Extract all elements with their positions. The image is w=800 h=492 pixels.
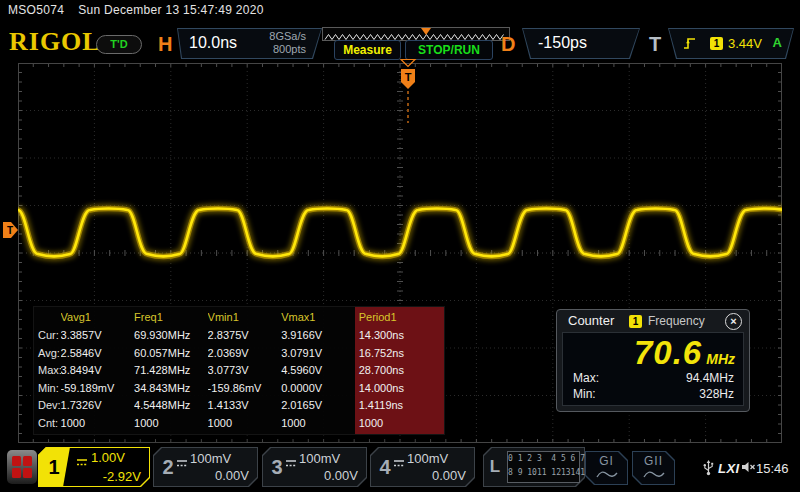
measurement-value: 28.700ns bbox=[359, 362, 444, 380]
channel-1-scale: 1.00V bbox=[91, 450, 125, 465]
measurement-value: 1000 bbox=[208, 415, 282, 433]
channel-1-offset: -2.92V bbox=[103, 469, 141, 484]
channel-2-scale: 100mV bbox=[190, 451, 231, 466]
channel-3-offset: 0.00V bbox=[324, 468, 358, 483]
measurement-name: Vmax1 bbox=[281, 307, 355, 327]
counter-close-button[interactable]: × bbox=[725, 313, 742, 330]
measurement-row-label: Min: bbox=[38, 380, 61, 398]
mute-icon[interactable] bbox=[741, 461, 756, 473]
rigol-logo: RIGOL bbox=[9, 27, 101, 57]
trigger-slope-icon bbox=[682, 35, 697, 55]
oscilloscope-screen: MSO5074Sun December 13 15:47:49 2020 RIG… bbox=[0, 0, 800, 492]
horizontal-panel[interactable]: 10.0ns 8GSa/s 800pts bbox=[177, 28, 322, 59]
counter-panel: Counter 1 Frequency × 70.6MHz Max: 94.4M… bbox=[556, 309, 750, 412]
measurement-value: 1000 bbox=[359, 415, 444, 433]
measurement-value: 1.7326V bbox=[61, 397, 135, 415]
datetime: Sun December 13 15:47:49 2020 bbox=[78, 3, 264, 17]
measurement-value: 71.428MHz bbox=[134, 362, 208, 380]
measurement-value: 4.5960V bbox=[281, 362, 355, 380]
model-name: MSO5074 bbox=[8, 3, 64, 17]
trigger-position-letter: T bbox=[405, 71, 412, 83]
measurement-value: 3.0773V bbox=[208, 362, 282, 380]
overview-position-marker-icon bbox=[421, 28, 431, 35]
trigger-status-badge: T'D bbox=[96, 35, 142, 54]
measurement-name: Vmin1 bbox=[208, 307, 282, 327]
trigger-label: T bbox=[649, 33, 661, 56]
measurement-column-Period1[interactable]: Period114.300ns16.752ns28.700ns14.000ns1… bbox=[355, 307, 444, 434]
trigger-panel[interactable]: 1 3.44V A bbox=[668, 28, 794, 59]
channel-2-button[interactable]: 2 100mV 0.00V bbox=[153, 447, 258, 487]
measurement-value: -159.86mV bbox=[208, 380, 282, 398]
measurement-value: 1.4119ns bbox=[359, 397, 444, 415]
channel-3-button[interactable]: 3 100mV 0.00V bbox=[262, 447, 367, 487]
measurement-column-Vavg1[interactable]: Vavg13.3857V2.5846V3.8494V-59.189mV1.732… bbox=[61, 307, 135, 434]
trigger-sweep-mode: A bbox=[773, 35, 782, 50]
measurement-row-label: Cur: bbox=[38, 327, 61, 345]
lxi-logo: LXI bbox=[718, 461, 740, 476]
measurement-value: 60.057MHz bbox=[134, 345, 208, 363]
digital-label: L bbox=[483, 447, 507, 487]
measurement-value: 2.0369V bbox=[208, 345, 282, 363]
status-line: MSO5074Sun December 13 15:47:49 2020 bbox=[8, 3, 264, 17]
counter-min-value: 328Hz bbox=[699, 387, 734, 401]
measurement-value: 16.752ns bbox=[359, 345, 444, 363]
stop-run-button[interactable]: STOP/RUN bbox=[405, 40, 493, 60]
measurement-value: 34.843MHz bbox=[134, 380, 208, 398]
trigger-level-value: 3.44V bbox=[728, 36, 762, 51]
memory-depth: 800pts bbox=[273, 43, 306, 55]
measurement-column-Freq1[interactable]: Freq169.930MHz60.057MHz71.428MHz34.843MH… bbox=[134, 307, 208, 434]
delay-value: -150ps bbox=[538, 34, 587, 52]
measurement-value: 1.4133V bbox=[208, 397, 282, 415]
trigger-level-letter: T bbox=[7, 225, 13, 236]
usb-icon bbox=[702, 459, 715, 476]
channel-2-offset: 0.00V bbox=[215, 468, 249, 483]
source1-button[interactable]: GI bbox=[585, 451, 628, 485]
measurement-value: 2.0165V bbox=[281, 397, 355, 415]
sample-rate: 8GSa/s bbox=[269, 30, 306, 42]
delay-panel[interactable]: -150ps bbox=[522, 28, 640, 59]
trigger-position-marker[interactable]: T bbox=[398, 57, 418, 127]
measurement-column-Vmax1[interactable]: Vmax13.9166V3.0791V4.5960V0.0000V2.0165V… bbox=[281, 307, 355, 434]
measurement-column-Vmin1[interactable]: Vmin12.8375V2.0369V3.0773V-159.86mV1.413… bbox=[208, 307, 282, 434]
dc-coupling-icon bbox=[76, 453, 88, 471]
digital-channels-button[interactable]: L 0 1 2 3 4 5 6 7 8 9 1011 12131415 bbox=[483, 447, 585, 487]
channel-3-scale: 100mV bbox=[299, 451, 340, 466]
measurements-panel: Cur:Avg:Max:Min:Dev:Cnt:Vavg13.3857V2.58… bbox=[33, 306, 445, 435]
channel-4-button[interactable]: 4 100mV 0.00V bbox=[370, 447, 475, 487]
measurement-value: 1000 bbox=[281, 415, 355, 433]
dc-coupling-icon bbox=[285, 454, 297, 472]
trigger-source-badge: 1 bbox=[710, 37, 723, 50]
measurement-value: 3.0791V bbox=[281, 345, 355, 363]
measurement-value: 2.8375V bbox=[208, 327, 282, 345]
measurement-row-label: Avg: bbox=[38, 345, 61, 363]
counter-body: 70.6MHz Max: 94.4MHz Min: 328Hz bbox=[562, 332, 744, 406]
channel-1-button[interactable]: 1 1.00V -2.92V bbox=[38, 447, 150, 487]
measurement-value: 69.930MHz bbox=[134, 327, 208, 345]
measurement-value: 2.5846V bbox=[61, 345, 135, 363]
measurement-value: 1000 bbox=[61, 415, 135, 433]
horizontal-label: H bbox=[158, 33, 172, 56]
measurement-value: 14.000ns bbox=[359, 380, 444, 398]
channel-4-offset: 0.00V bbox=[432, 468, 466, 483]
waveform-overview-strip[interactable] bbox=[322, 27, 510, 41]
source2-button[interactable]: GII bbox=[632, 451, 675, 485]
menu-button[interactable] bbox=[7, 450, 37, 484]
sine-icon bbox=[643, 470, 665, 481]
measurement-name: Vavg1 bbox=[61, 307, 135, 327]
measurement-name: Freq1 bbox=[134, 307, 208, 327]
clock: 15:46 bbox=[756, 461, 789, 476]
source1-label: GI bbox=[585, 454, 628, 468]
measurement-value: 14.300ns bbox=[359, 327, 444, 345]
counter-title: Counter bbox=[568, 313, 614, 328]
measurement-value: 3.9166V bbox=[281, 327, 355, 345]
source2-label: GII bbox=[632, 454, 675, 468]
sine-icon bbox=[596, 470, 618, 481]
trigger-level-marker[interactable]: T bbox=[2, 221, 19, 239]
measurement-value: 0.0000V bbox=[281, 380, 355, 398]
counter-value: 70.6 bbox=[634, 334, 702, 371]
delay-label: D bbox=[501, 33, 515, 56]
measurement-value: 4.5448MHz bbox=[134, 397, 208, 415]
counter-unit: MHz bbox=[706, 351, 735, 367]
dc-coupling-icon bbox=[393, 454, 405, 472]
measure-button[interactable]: Measure bbox=[334, 40, 401, 60]
